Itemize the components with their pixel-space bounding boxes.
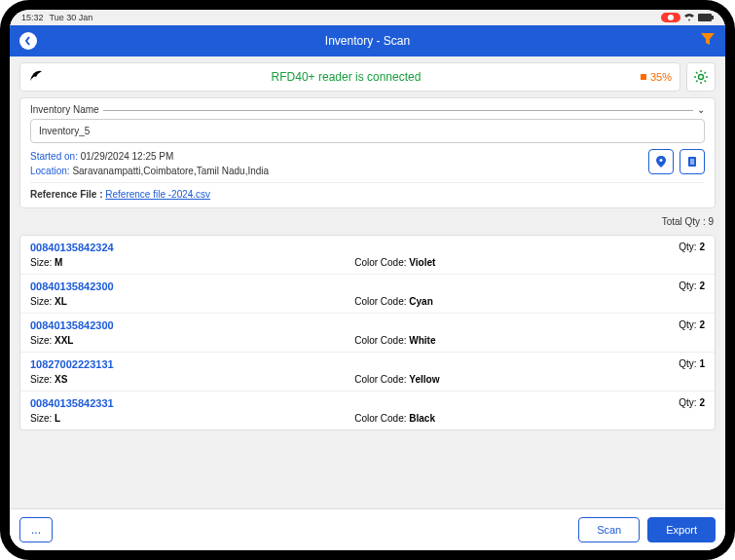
- item-sku[interactable]: 00840135842300: [30, 280, 350, 292]
- scan-button[interactable]: Scan: [578, 517, 640, 542]
- notes-icon: [685, 155, 699, 168]
- status-bar: 15:32 Tue 30 Jan: [10, 10, 725, 25]
- footer-bar: ... Scan Export: [10, 508, 725, 550]
- item-qty: Qty: 2: [679, 242, 705, 253]
- wifi-icon: [684, 14, 694, 21]
- started-on-value: 01/29/2024 12:25 PM: [81, 151, 174, 162]
- item-color: Color Code: Violet: [354, 257, 675, 268]
- location-pin-icon: [654, 155, 668, 168]
- total-qty-value: 9: [708, 216, 714, 227]
- reader-logo-icon: [28, 67, 44, 87]
- svg-rect-2: [712, 16, 714, 19]
- started-on-label: Started on:: [30, 151, 78, 162]
- item-qty: Qty: 2: [679, 319, 705, 331]
- filter-button[interactable]: [700, 31, 716, 51]
- item-sku[interactable]: 00840135842331: [30, 397, 350, 409]
- chevron-left-icon: [23, 36, 33, 46]
- item-color: Color Code: Black: [354, 413, 675, 424]
- page-title: Inventory - Scan: [325, 34, 410, 48]
- reader-status-text: RFD40+ reader is connected: [52, 70, 641, 84]
- item-qty: Qty: 2: [679, 397, 705, 409]
- notes-button[interactable]: [680, 149, 705, 174]
- list-item: 00840135842300Qty: 2Size: XLColor Code: …: [20, 275, 715, 314]
- item-qty: Qty: 2: [679, 280, 705, 292]
- inventory-name-label: Inventory Name: [30, 104, 103, 115]
- reader-status-card: RFD40+ reader is connected 35%: [19, 62, 680, 92]
- list-item: 00840135842331Qty: 2Size: LColor Code: B…: [20, 392, 715, 429]
- inventory-meta: Started on: 01/29/2024 12:25 PM Location…: [30, 149, 641, 178]
- status-date: Tue 30 Jan: [50, 13, 93, 22]
- device-frame: 15:32 Tue 30 Jan Inventory - Scan: [0, 0, 735, 560]
- recording-indicator-icon: [661, 13, 680, 22]
- total-qty-row: Total Qty : 9: [19, 214, 716, 229]
- item-color: Color Code: Cyan: [354, 296, 675, 307]
- filter-icon: [700, 31, 716, 47]
- app-bar: Inventory - Scan: [10, 25, 725, 56]
- more-button[interactable]: ...: [19, 517, 53, 542]
- list-item: 10827002223131Qty: 1Size: XSColor Code: …: [20, 353, 715, 392]
- chevron-down-icon: ⌄: [693, 104, 705, 115]
- inventory-name-fieldset[interactable]: Inventory Name ⌄: [30, 104, 705, 115]
- content-area: RFD40+ reader is connected 35% Inventory…: [10, 56, 725, 508]
- reference-file-label: Reference File :: [30, 189, 102, 200]
- item-size: Size: L: [30, 413, 350, 424]
- item-size: Size: XL: [30, 296, 350, 307]
- reader-battery-pct: 35%: [641, 71, 672, 83]
- svg-rect-1: [698, 14, 712, 21]
- item-sku[interactable]: 00840135842300: [30, 319, 350, 331]
- item-qty: Qty: 1: [679, 358, 705, 370]
- inventory-item-list: 00840135842324Qty: 2Size: MColor Code: V…: [19, 235, 716, 430]
- settings-button[interactable]: [686, 62, 716, 92]
- svg-point-0: [668, 15, 674, 20]
- list-item: 00840135842324Qty: 2Size: MColor Code: V…: [20, 236, 715, 275]
- item-size: Size: M: [30, 257, 350, 268]
- svg-point-4: [660, 159, 663, 162]
- location-pin-button[interactable]: [648, 149, 674, 174]
- back-button[interactable]: [19, 32, 37, 50]
- item-color: Color Code: Yellow: [354, 374, 675, 385]
- item-size: Size: XXL: [30, 335, 350, 346]
- item-sku[interactable]: 10827002223131: [30, 358, 350, 370]
- inventory-detail-card: Inventory Name ⌄ Inventory_5 Started on:…: [19, 97, 716, 208]
- location-value: Saravanampatti,Coimbatore,Tamil Nadu,Ind…: [72, 166, 269, 176]
- total-qty-label: Total Qty :: [662, 216, 706, 227]
- status-time: 15:32: [21, 13, 44, 22]
- battery-icon: [698, 14, 714, 21]
- reference-file-row: Reference File : Reference file -2024.cs…: [30, 182, 705, 200]
- item-sku[interactable]: 00840135842324: [30, 242, 350, 253]
- list-item: 00840135842300Qty: 2Size: XXLColor Code:…: [20, 314, 715, 353]
- reference-file-link[interactable]: Reference file -2024.csv: [105, 189, 210, 200]
- inventory-name-input[interactable]: Inventory_5: [30, 119, 705, 143]
- item-size: Size: XS: [30, 374, 350, 385]
- reader-status-row: RFD40+ reader is connected 35%: [19, 62, 716, 92]
- item-color: Color Code: White: [354, 335, 675, 346]
- gear-icon: [693, 69, 709, 85]
- location-label: Location:: [30, 166, 70, 176]
- export-button[interactable]: Export: [647, 517, 716, 542]
- svg-point-3: [699, 75, 704, 80]
- screen: 15:32 Tue 30 Jan Inventory - Scan: [10, 10, 725, 550]
